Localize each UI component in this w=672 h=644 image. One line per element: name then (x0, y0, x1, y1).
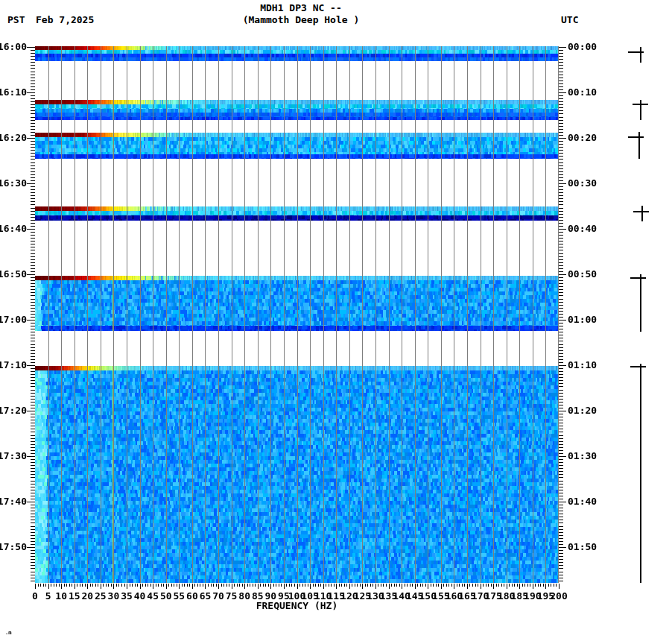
right-axis-minor-tick (559, 174, 563, 175)
right-axis-minor-tick (559, 56, 563, 57)
x-axis-minor-tick (486, 584, 486, 587)
left-axis-major-tick (27, 320, 35, 321)
right-axis-minor-tick (559, 214, 563, 215)
x-axis-minor-tick (381, 584, 381, 587)
x-axis-major-tick (48, 584, 49, 589)
x-axis-minor-tick (182, 584, 183, 587)
x-tick-label: 10 (55, 591, 67, 601)
x-tick-label: 15 (69, 591, 80, 601)
x-axis-major-tick (507, 584, 507, 589)
x-axis-major-tick (454, 584, 454, 589)
x-axis-minor-tick (346, 584, 347, 587)
x-tick-label: 75 (226, 591, 238, 601)
right-axis-minor-tick (559, 347, 563, 348)
x-axis-minor-tick (543, 584, 544, 587)
x-axis-major-tick (127, 584, 127, 589)
right-axis-minor-tick (559, 72, 563, 72)
right-axis-minor-tick (559, 390, 563, 391)
x-axis-minor-tick (90, 584, 91, 587)
left-axis-major-tick (27, 547, 35, 548)
x-axis-major-tick (545, 584, 546, 589)
x-axis-minor-tick (422, 584, 423, 587)
x-axis-minor-tick (148, 584, 148, 587)
x-tick-label: 50 (160, 591, 172, 601)
x-axis-minor-tick (250, 584, 250, 587)
right-axis-minor-tick (559, 220, 563, 221)
x-axis-minor-tick (320, 584, 321, 587)
right-axis-minor-tick (559, 465, 563, 466)
right-axis-minor-tick (559, 232, 563, 233)
scale-marker-vline (640, 364, 641, 583)
right-axis-minor-tick (559, 438, 563, 439)
right-axis-minor-tick (559, 575, 563, 575)
scale-marker-bar (630, 277, 646, 279)
x-axis-minor-tick (279, 584, 279, 587)
right-axis-minor-tick (559, 295, 563, 296)
x-axis-minor-tick (373, 584, 373, 587)
right-axis-minor-tick (559, 259, 563, 260)
right-axis-minor-tick (559, 553, 563, 554)
right-axis-minor-tick (559, 432, 563, 432)
page-title: MDH1 DP3 NC -- (35, 3, 567, 13)
left-time-label: 16:50 (0, 269, 27, 279)
right-axis-minor-tick (559, 126, 563, 127)
x-axis-minor-tick (92, 584, 93, 587)
x-axis-minor-tick (268, 584, 269, 587)
x-axis-minor-tick (150, 584, 151, 587)
right-axis-major-tick (559, 365, 566, 366)
x-tick-label: 140 (393, 591, 410, 601)
right-axis-minor-tick (559, 374, 563, 375)
scale-marker-bar (633, 211, 649, 212)
x-axis-minor-tick (431, 584, 431, 587)
right-axis-minor-tick (559, 462, 563, 463)
x-axis-major-tick (481, 584, 481, 589)
right-axis-minor-tick (559, 523, 563, 523)
right-axis-minor-tick (559, 556, 563, 557)
x-tick-label: 200 (550, 591, 567, 601)
right-axis-minor-tick (559, 362, 563, 363)
left-axis-major-tick (27, 92, 35, 93)
x-axis-minor-tick (475, 584, 476, 587)
right-axis-major-tick (559, 229, 566, 230)
right-time-label: 00:50 (568, 269, 597, 279)
right-axis-minor-tick (559, 578, 563, 578)
scale-marker-vline (640, 100, 641, 120)
x-axis-minor-tick (491, 584, 492, 587)
right-axis-minor-tick (559, 359, 563, 360)
x-tick-label: 0 (32, 591, 38, 601)
x-axis-minor-tick (189, 584, 190, 587)
right-axis-minor-tick (559, 101, 563, 102)
x-tick-label: 180 (498, 591, 515, 601)
right-axis-minor-tick (559, 538, 563, 539)
right-axis-minor-tick (559, 62, 563, 63)
x-axis-minor-tick (299, 584, 300, 587)
x-axis-minor-tick (412, 584, 413, 587)
right-axis-minor-tick (559, 86, 563, 87)
x-axis-major-tick (153, 584, 153, 589)
x-axis-minor-tick (54, 584, 54, 587)
x-axis-minor-tick (433, 584, 434, 587)
x-axis-major-tick (35, 584, 36, 589)
right-axis-minor-tick (559, 262, 563, 263)
right-axis-major-tick (559, 456, 566, 457)
right-axis-minor-tick (559, 572, 563, 572)
x-axis-minor-tick (407, 584, 408, 587)
right-axis-minor-tick (559, 292, 563, 293)
x-axis-minor-tick (211, 584, 212, 587)
x-axis-minor-tick (517, 584, 518, 587)
right-axis-minor-tick (559, 356, 563, 357)
right-axis-minor-tick (559, 235, 563, 236)
x-axis-minor-tick (378, 584, 378, 587)
x-axis-minor-tick (329, 584, 329, 587)
right-axis-minor-tick (559, 268, 563, 269)
scale-marker-bar (628, 136, 644, 138)
x-axis-minor-tick (82, 584, 83, 587)
right-axis-minor-tick (559, 217, 563, 218)
right-axis-major-tick (559, 138, 566, 139)
x-axis-minor-tick (302, 584, 303, 587)
right-axis-minor-tick (559, 223, 563, 224)
right-axis-minor-tick (559, 481, 563, 482)
x-axis-minor-tick (98, 584, 98, 587)
right-axis-minor-tick (559, 444, 563, 445)
x-axis-major-tick (166, 584, 167, 589)
